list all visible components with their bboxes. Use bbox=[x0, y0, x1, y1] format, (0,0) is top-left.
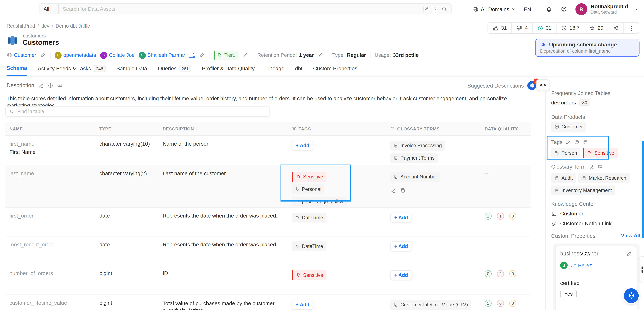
glossary-term-pill[interactable]: Payment Terms bbox=[390, 153, 438, 163]
copy-icon[interactable] bbox=[400, 188, 406, 193]
drawer-handle[interactable] bbox=[639, 256, 644, 282]
edit-description-icon[interactable] bbox=[38, 82, 44, 88]
dq-aborted-badge[interactable]: 0 bbox=[509, 270, 516, 277]
column-name[interactable]: first_order bbox=[10, 213, 92, 219]
tag-pill-sensitive[interactable]: Sensitive bbox=[292, 172, 326, 182]
request-description-icon[interactable] bbox=[48, 82, 53, 88]
tag-pill[interactable]: DateTime bbox=[292, 213, 326, 222]
breadcrumb-item[interactable]: RedshiftProd bbox=[6, 23, 35, 29]
comment-icon[interactable] bbox=[583, 139, 588, 145]
column-name[interactable]: most_recent_order bbox=[10, 241, 92, 248]
schema-change-banner[interactable]: Upcoming schema change Deprecation of co… bbox=[535, 39, 640, 57]
view-all-link[interactable]: View All bbox=[621, 233, 640, 239]
column-name[interactable]: customer_lifetime_value bbox=[10, 300, 92, 306]
user-avatar[interactable]: R bbox=[575, 3, 587, 15]
edit-retention-icon[interactable] bbox=[318, 52, 324, 58]
table-row[interactable]: first_order date Represents the date whe… bbox=[6, 208, 531, 236]
column-name[interactable]: first_name bbox=[10, 141, 92, 147]
tag-pill[interactable]: price_range_policy bbox=[292, 197, 346, 207]
star-button[interactable]: 29 bbox=[584, 23, 608, 33]
dq-failed-badge[interactable]: 0 bbox=[497, 300, 504, 307]
owner-link[interactable]: openmetadata bbox=[64, 52, 96, 58]
tab-lineage[interactable]: Lineage bbox=[265, 65, 284, 76]
add-glossary-term-button[interactable]: + Add bbox=[390, 241, 412, 251]
tab-activity-feeds[interactable]: Activity Feeds & Tasks246 bbox=[38, 65, 106, 76]
filter-funnel-icon[interactable] bbox=[390, 126, 395, 131]
glossary-term-pill[interactable]: Audit bbox=[551, 173, 576, 183]
tag-pill-sensitive[interactable]: Sensitive bbox=[583, 148, 618, 158]
global-search-bar[interactable]: All ⌘ K bbox=[39, 3, 452, 15]
tab-queries[interactable]: Queries261 bbox=[158, 65, 191, 76]
tab-profiler[interactable]: Profiler & Data Quality bbox=[202, 65, 255, 76]
chevron-down-icon[interactable] bbox=[634, 7, 639, 11]
user-menu[interactable]: R Rounakpreet.d Data Steward bbox=[575, 3, 639, 15]
table-row[interactable]: most_recent_order date Represents the da… bbox=[6, 236, 531, 265]
data-product-pill[interactable]: Customer bbox=[551, 122, 586, 131]
owner-chip[interactable]: O openmetadata bbox=[55, 52, 96, 59]
edit-owners-icon[interactable] bbox=[200, 52, 205, 58]
property-value-link[interactable]: Jo Perez bbox=[571, 262, 592, 268]
owner-chip[interactable]: C Collate Joe bbox=[100, 52, 134, 59]
help-icon[interactable] bbox=[560, 6, 567, 12]
chatbot-fab-button[interactable] bbox=[624, 288, 639, 303]
language-dropdown[interactable]: EN bbox=[524, 6, 537, 12]
tab-custom-properties[interactable]: Custom Properties bbox=[313, 65, 357, 76]
upvote-button[interactable]: 31 bbox=[488, 23, 512, 33]
tab-schema[interactable]: Schema bbox=[6, 65, 27, 76]
dq-aborted-badge[interactable]: 0 bbox=[509, 213, 516, 220]
request-tags-icon[interactable] bbox=[574, 139, 580, 145]
dq-failed-badge[interactable]: 1 bbox=[497, 213, 504, 220]
dq-passed-badge[interactable]: 0 bbox=[484, 270, 492, 277]
tab-sample-data[interactable]: Sample Data bbox=[116, 65, 147, 76]
find-in-table[interactable] bbox=[6, 106, 270, 117]
notifications-bell-icon[interactable] bbox=[546, 6, 552, 13]
freshness-button[interactable]: 18.7 bbox=[556, 23, 584, 33]
table-row[interactable]: first_name First Name character varying(… bbox=[6, 136, 531, 165]
tab-dbt[interactable]: dbt bbox=[295, 65, 302, 76]
edit-glossary-icon[interactable] bbox=[589, 164, 594, 170]
ai-bot-button[interactable]: 4 bbox=[528, 81, 536, 90]
owner-chip[interactable]: S Shailesh Parmar bbox=[139, 52, 185, 59]
find-in-table-input[interactable] bbox=[17, 109, 266, 114]
breadcrumb-item[interactable]: Demo dbt Jaffle bbox=[56, 23, 90, 29]
tier-badge[interactable]: Tier1 bbox=[214, 51, 239, 60]
frequently-joined-item[interactable]: dev.orders 30 bbox=[551, 99, 590, 106]
suggested-descriptions[interactable]: Suggested Descriptions 4 bbox=[468, 81, 536, 90]
code-view-button[interactable]: <> bbox=[536, 79, 550, 91]
search-icon[interactable] bbox=[442, 6, 447, 12]
more-actions-button[interactable]: ⋮ bbox=[624, 23, 639, 33]
edit-tier-icon[interactable] bbox=[243, 52, 248, 58]
knowledge-item[interactable]: Customer bbox=[551, 211, 583, 217]
downvote-button[interactable]: 4 bbox=[512, 23, 532, 33]
domain-link[interactable]: Customer bbox=[14, 52, 36, 58]
search-input[interactable] bbox=[59, 6, 424, 12]
tag-pill[interactable]: Personal bbox=[292, 184, 324, 194]
add-tag-button[interactable]: + Add bbox=[292, 300, 314, 310]
owner-link[interactable]: Shailesh Parmar bbox=[147, 52, 185, 58]
joined-table-link[interactable]: dev.orders bbox=[551, 99, 576, 106]
tag-pill-sensitive[interactable]: Sensitive bbox=[292, 270, 326, 280]
filter-funnel-icon[interactable] bbox=[292, 126, 296, 131]
glossary-term-pill[interactable]: Invoice Processing bbox=[390, 141, 445, 150]
knowledge-item-label[interactable]: Customer Notion Link bbox=[560, 220, 612, 227]
open-tasks-button[interactable]: 31 bbox=[533, 23, 556, 33]
dq-failed-badge[interactable]: 2 bbox=[497, 270, 504, 277]
add-glossary-term-button[interactable]: + Add bbox=[390, 270, 412, 280]
column-name[interactable]: number_of_orders bbox=[10, 270, 92, 276]
glossary-term-pill[interactable]: Market Research bbox=[578, 173, 630, 183]
glossary-term-pill[interactable]: Account Number bbox=[390, 172, 440, 182]
comment-icon[interactable] bbox=[57, 82, 62, 88]
knowledge-item-label[interactable]: Customer bbox=[560, 211, 583, 217]
edit-domain-icon[interactable] bbox=[40, 52, 46, 58]
table-row[interactable]: customer_lifetime_value bigint Total val… bbox=[6, 295, 531, 310]
dq-passed-badge[interactable]: 1 bbox=[484, 300, 492, 307]
edit-property-icon[interactable] bbox=[626, 251, 632, 256]
breadcrumb-item[interactable]: dev bbox=[42, 23, 49, 29]
glossary-term-pill[interactable]: Customer Lifetime Value (CLV) bbox=[390, 300, 471, 310]
add-tag-button[interactable]: + Add bbox=[292, 141, 314, 150]
share-button[interactable] bbox=[608, 23, 624, 33]
table-row[interactable]: last_name character varying(2) Last name… bbox=[6, 165, 531, 208]
edit-glossary-icon[interactable] bbox=[390, 188, 396, 193]
glossary-term-pill[interactable]: Inventory Management bbox=[551, 186, 615, 195]
dq-passed-badge[interactable]: 1 bbox=[484, 213, 492, 220]
